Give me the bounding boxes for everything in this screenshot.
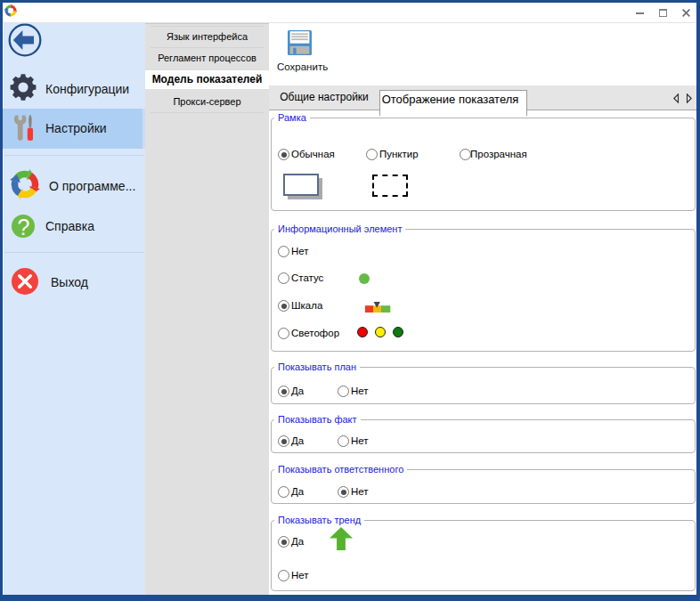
svg-text:?: ?: [18, 215, 30, 238]
